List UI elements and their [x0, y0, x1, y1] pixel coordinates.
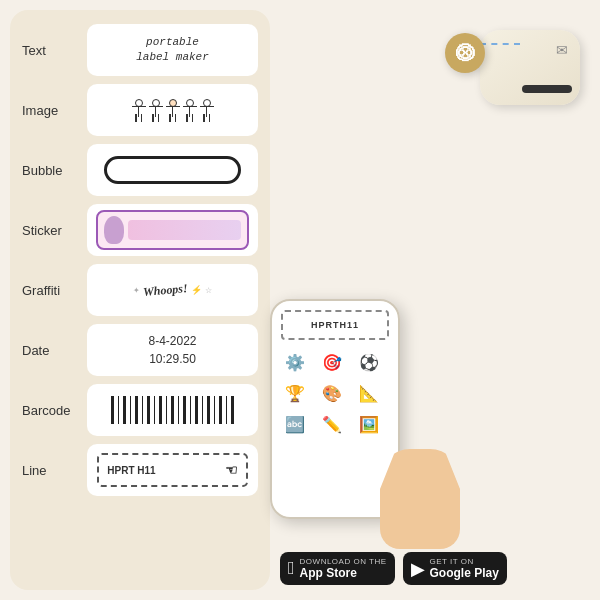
preview-image	[87, 84, 258, 136]
google-play-small-text: GET IT ON	[430, 557, 499, 566]
google-play-big-text: Google Play	[430, 566, 499, 580]
feature-row-image: Image	[22, 84, 258, 136]
figure-3	[166, 99, 180, 122]
mail-icon: ✉	[556, 42, 568, 58]
app-icon-7: 🔤	[281, 410, 309, 438]
app-store-badge[interactable]:  Download on the App Store	[280, 552, 395, 585]
stick-figures	[132, 99, 214, 122]
line-content: HPRT H11 ☜	[97, 453, 247, 487]
label-text: Text	[22, 43, 77, 58]
figure-1	[132, 99, 146, 122]
graffiti-doodles: ✦ Whoops! ⚡ ☆	[133, 283, 212, 298]
app-icon-8: ✏️	[318, 410, 346, 438]
right-panel: ✉ ⨷ HPRTH11 ⚙️ 🎯	[280, 10, 590, 590]
google-play-badge[interactable]: ▶ GET IT ON Google Play	[403, 552, 507, 585]
app-icon-6: 📐	[355, 379, 383, 407]
preview-text: portable label maker	[87, 24, 258, 76]
phone-body: HPRTH11 ⚙️ 🎯 ⚽ 🏆 🎨 📐 🔤 ✏️ 🖼️	[270, 299, 400, 519]
feature-row-barcode: Barcode	[22, 384, 258, 436]
left-panel: Text portable label maker Image	[10, 10, 270, 590]
badges-area:  Download on the App Store ▶ GET IT ON …	[280, 547, 590, 590]
device-scene: ✉ ⨷ HPRTH11 ⚙️ 🎯	[280, 15, 590, 539]
sticker-shape	[96, 210, 250, 250]
figure-5	[200, 99, 214, 122]
sticker-lines	[128, 220, 242, 240]
app-store-big-text: App Store	[300, 566, 387, 580]
preview-date: 8-4-2022 10:29.50	[87, 324, 258, 376]
app-icon-2: 🎯	[318, 348, 346, 376]
label-sticker: Sticker	[22, 223, 77, 238]
app-icon-5: 🎨	[318, 379, 346, 407]
feature-row-bubble: Bubble	[22, 144, 258, 196]
preview-bubble	[87, 144, 258, 196]
connection-arrow	[480, 43, 520, 45]
label-line: Line	[22, 463, 77, 478]
label-image: Image	[22, 103, 77, 118]
preview-barcode	[87, 384, 258, 436]
app-icon-1: ⚙️	[281, 348, 309, 376]
apple-icon: 	[288, 558, 295, 579]
app-icon-3: ⚽	[355, 348, 383, 376]
printer-device: ✉	[480, 30, 580, 105]
label-graffiti: Graffiti	[22, 283, 77, 298]
app-icon-9: 🖼️	[355, 410, 383, 438]
barcode-bars	[109, 394, 236, 426]
touch-icon: ☜	[225, 462, 238, 478]
feature-row-graffiti: Graffiti ✦ Whoops! ⚡ ☆	[22, 264, 258, 316]
hand	[380, 449, 460, 549]
preview-line: HPRT H11 ☜	[87, 444, 258, 496]
label-barcode: Barcode	[22, 403, 77, 418]
feature-row-text: Text portable label maker	[22, 24, 258, 76]
figure-2	[149, 99, 163, 122]
line-text: HPRT H11	[107, 465, 155, 476]
figure-4	[183, 99, 197, 122]
text-preview-content: portable label maker	[136, 35, 209, 66]
app-store-small-text: Download on the	[300, 557, 387, 566]
phone-app-grid: ⚙️ 🎯 ⚽ 🏆 🎨 📐 🔤 ✏️ 🖼️	[277, 344, 393, 442]
device-slot	[522, 85, 572, 93]
preview-graffiti: ✦ Whoops! ⚡ ☆	[87, 264, 258, 316]
feature-row-sticker: Sticker	[22, 204, 258, 256]
feature-row-line: Line HPRT H11 ☜	[22, 444, 258, 496]
main-container: Text portable label maker Image	[0, 0, 600, 600]
phone-label-display: HPRTH11	[281, 310, 389, 340]
phone-label-text: HPRTH11	[311, 320, 359, 330]
app-store-text: Download on the App Store	[300, 557, 387, 580]
date-content: 8-4-2022 10:29.50	[148, 332, 196, 368]
graffiti-text: Whoops!	[143, 281, 189, 300]
label-bubble: Bubble	[22, 163, 77, 178]
preview-sticker	[87, 204, 258, 256]
label-date: Date	[22, 343, 77, 358]
phone-screen: HPRTH11 ⚙️ 🎯 ⚽ 🏆 🎨 📐 🔤 ✏️ 🖼️	[272, 301, 398, 517]
dino-icon	[104, 216, 124, 244]
bubble-shape	[104, 156, 241, 184]
app-icon-4: 🏆	[281, 379, 309, 407]
play-icon: ▶	[411, 558, 425, 580]
google-play-text: GET IT ON Google Play	[430, 557, 499, 580]
bluetooth-icon: ⨷	[456, 43, 474, 64]
phone-container: HPRTH11 ⚙️ 🎯 ⚽ 🏆 🎨 📐 🔤 ✏️ 🖼️	[270, 299, 430, 539]
graffiti-content: ✦ Whoops! ⚡ ☆	[91, 269, 253, 311]
bluetooth-button[interactable]: ⨷	[445, 33, 485, 73]
feature-row-date: Date 8-4-2022 10:29.50	[22, 324, 258, 376]
